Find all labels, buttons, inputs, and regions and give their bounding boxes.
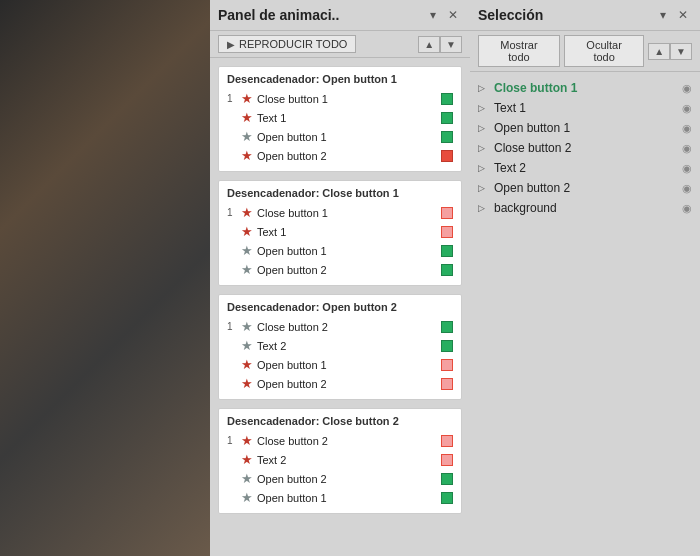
item-label: Close button 2 bbox=[257, 321, 437, 333]
item-label: Open button 1 bbox=[257, 492, 437, 504]
animation-panel-content: Desencadenador: Open button 11★Close but… bbox=[210, 58, 470, 556]
color-box-green bbox=[441, 245, 453, 257]
selection-item: ▷Close button 2◉ bbox=[478, 138, 692, 158]
selection-panel-dropdown-icon[interactable]: ▾ bbox=[656, 6, 670, 24]
selection-item: ▷Text 2◉ bbox=[478, 158, 692, 178]
color-box-green bbox=[441, 93, 453, 105]
selection-item-arrow-icon: ▷ bbox=[478, 203, 488, 213]
animation-scroll-down-button[interactable]: ▼ bbox=[440, 36, 462, 53]
item-label: Open button 1 bbox=[257, 131, 437, 143]
star-gray-icon: ★ bbox=[241, 129, 253, 144]
selection-item-arrow-icon: ▷ bbox=[478, 143, 488, 153]
star-gray-icon: ★ bbox=[241, 471, 253, 486]
star-red-icon: ★ bbox=[241, 357, 253, 372]
animation-toolbar: ▶ REPRODUCIR TODO ▲ ▼ bbox=[210, 31, 470, 58]
selection-item-arrow-icon: ▷ bbox=[478, 183, 488, 193]
item-label: Close button 1 bbox=[257, 207, 437, 219]
item-label: Close button 2 bbox=[257, 435, 437, 447]
selection-item: ▷Close button 1◉ bbox=[478, 78, 692, 98]
color-box-pink bbox=[441, 226, 453, 238]
item-label: Text 1 bbox=[257, 226, 437, 238]
selection-panel-close-icon[interactable]: ✕ bbox=[674, 6, 692, 24]
item-label: Open button 2 bbox=[257, 264, 437, 276]
trigger-item: ★Open button 2 bbox=[227, 260, 453, 279]
item-number: 1 bbox=[227, 435, 237, 446]
animation-panel-close-icon[interactable]: ✕ bbox=[444, 6, 462, 24]
star-red-icon: ★ bbox=[241, 452, 253, 467]
selection-toolbar-arrows: ▲ ▼ bbox=[648, 43, 692, 60]
animation-toolbar-arrows: ▲ ▼ bbox=[418, 36, 462, 53]
star-red-icon: ★ bbox=[241, 433, 253, 448]
animation-panel-header: Panel de animaci.. ▾ ✕ bbox=[210, 0, 470, 31]
trigger-item: ★Text 1 bbox=[227, 222, 453, 241]
color-box-green bbox=[441, 473, 453, 485]
trigger-group-title-3: Desencadenador: Open button 2 bbox=[227, 301, 453, 313]
animation-panel-dropdown-icon[interactable]: ▾ bbox=[426, 6, 440, 24]
play-all-button[interactable]: ▶ REPRODUCIR TODO bbox=[218, 35, 356, 53]
trigger-item: ★Open button 2 bbox=[227, 146, 453, 165]
selection-item: ▷Open button 2◉ bbox=[478, 178, 692, 198]
selection-item: ▷Open button 1◉ bbox=[478, 118, 692, 138]
visibility-toggle-icon[interactable]: ◉ bbox=[682, 122, 692, 135]
trigger-item: 1★Close button 2 bbox=[227, 431, 453, 450]
selection-panel-header: Selección ▾ ✕ bbox=[470, 0, 700, 31]
selection-scroll-up-button[interactable]: ▲ bbox=[648, 43, 670, 60]
selection-scroll-down-button[interactable]: ▼ bbox=[670, 43, 692, 60]
selection-item-label: Open button 1 bbox=[494, 121, 676, 135]
trigger-item: ★Open button 2 bbox=[227, 469, 453, 488]
star-red-icon: ★ bbox=[241, 376, 253, 391]
trigger-item: 1★Close button 1 bbox=[227, 203, 453, 222]
selection-item: ▷Text 1◉ bbox=[478, 98, 692, 118]
color-box-green bbox=[441, 264, 453, 276]
visibility-toggle-icon[interactable]: ◉ bbox=[682, 202, 692, 215]
animation-scroll-up-button[interactable]: ▲ bbox=[418, 36, 440, 53]
selection-panel-header-icons: ▾ ✕ bbox=[656, 6, 692, 24]
trigger-group-title-1: Desencadenador: Open button 1 bbox=[227, 73, 453, 85]
item-label: Open button 2 bbox=[257, 150, 437, 162]
star-gray-icon: ★ bbox=[241, 338, 253, 353]
trigger-item: ★Open button 1 bbox=[227, 241, 453, 260]
selection-item-arrow-icon: ▷ bbox=[478, 103, 488, 113]
star-red-icon: ★ bbox=[241, 224, 253, 239]
trigger-item: ★Text 2 bbox=[227, 336, 453, 355]
trigger-item: ★Open button 2 bbox=[227, 374, 453, 393]
visibility-toggle-icon[interactable]: ◉ bbox=[682, 142, 692, 155]
item-label: Open button 1 bbox=[257, 245, 437, 257]
selection-panel: Selección ▾ ✕ Mostrar todo Ocultar todo … bbox=[470, 0, 700, 556]
selection-item-arrow-icon: ▷ bbox=[478, 163, 488, 173]
star-gray-icon: ★ bbox=[241, 262, 253, 277]
item-number: 1 bbox=[227, 321, 237, 332]
trigger-item: ★Open button 1 bbox=[227, 355, 453, 374]
color-box-pink bbox=[441, 435, 453, 447]
selection-item: ▷background◉ bbox=[478, 198, 692, 218]
color-box-green bbox=[441, 321, 453, 333]
item-label: Text 1 bbox=[257, 112, 437, 124]
item-label: Open button 2 bbox=[257, 378, 437, 390]
star-gray-icon: ★ bbox=[241, 490, 253, 505]
selection-item-arrow-icon: ▷ bbox=[478, 83, 488, 93]
visibility-toggle-icon[interactable]: ◉ bbox=[682, 102, 692, 115]
star-gray-icon: ★ bbox=[241, 319, 253, 334]
item-label: Open button 1 bbox=[257, 359, 437, 371]
item-number: 1 bbox=[227, 93, 237, 104]
visibility-toggle-icon[interactable]: ◉ bbox=[682, 162, 692, 175]
color-box-green bbox=[441, 340, 453, 352]
color-box-green bbox=[441, 112, 453, 124]
hide-all-button[interactable]: Ocultar todo bbox=[564, 35, 644, 67]
trigger-group-4: Desencadenador: Close button 21★Close bu… bbox=[218, 408, 462, 514]
animation-panel: Panel de animaci.. ▾ ✕ ▶ REPRODUCIR TODO… bbox=[210, 0, 470, 556]
visibility-toggle-icon[interactable]: ◉ bbox=[682, 82, 692, 95]
star-red-icon: ★ bbox=[241, 148, 253, 163]
selection-item-label: background bbox=[494, 201, 676, 215]
trigger-group-title-4: Desencadenador: Close button 2 bbox=[227, 415, 453, 427]
animation-panel-header-icons: ▾ ✕ bbox=[426, 6, 462, 24]
visibility-toggle-icon[interactable]: ◉ bbox=[682, 182, 692, 195]
item-label: Close button 1 bbox=[257, 93, 437, 105]
color-box-pink bbox=[441, 378, 453, 390]
color-box-green bbox=[441, 131, 453, 143]
play-icon: ▶ bbox=[227, 39, 235, 50]
item-label: Open button 2 bbox=[257, 473, 437, 485]
trigger-group-title-2: Desencadenador: Close button 1 bbox=[227, 187, 453, 199]
color-box-red bbox=[441, 150, 453, 162]
show-all-button[interactable]: Mostrar todo bbox=[478, 35, 560, 67]
